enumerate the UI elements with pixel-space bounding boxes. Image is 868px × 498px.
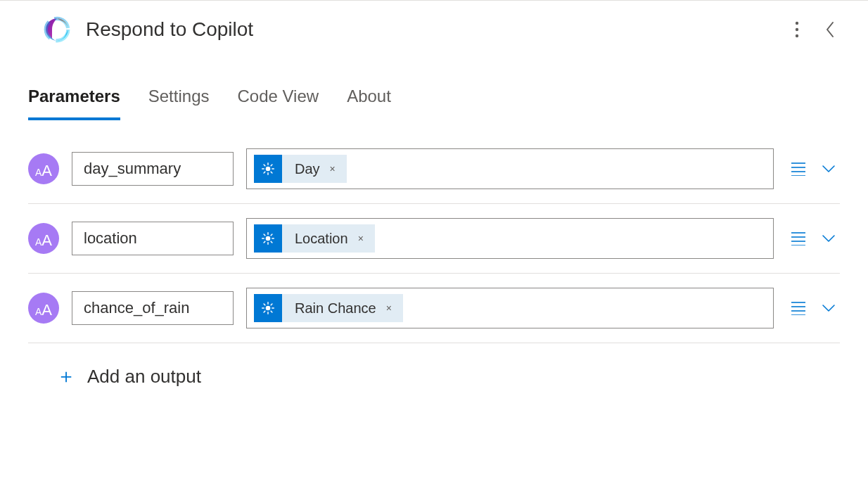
tab-settings[interactable]: Settings — [148, 87, 210, 120]
token-remove-button[interactable]: × — [383, 302, 395, 314]
row-menu-button[interactable] — [786, 227, 810, 250]
list-icon — [791, 231, 806, 245]
collapse-button[interactable] — [820, 16, 840, 43]
dynamic-token[interactable]: Rain Chance × — [254, 294, 403, 322]
chevron-down-icon — [822, 234, 836, 243]
parameter-row: AA — [28, 134, 840, 204]
parameters-list: AA — [0, 120, 868, 390]
token-remove-button[interactable]: × — [327, 163, 338, 174]
row-actions — [786, 158, 840, 180]
svg-line-9 — [264, 165, 265, 166]
parameter-row: AA — [28, 204, 840, 274]
weather-icon — [254, 224, 282, 253]
parameter-name-input[interactable] — [72, 222, 234, 255]
svg-line-24 — [264, 241, 265, 243]
list-icon — [791, 301, 806, 315]
copilot-logo-icon — [42, 15, 72, 44]
row-expand-button[interactable] — [817, 300, 840, 317]
svg-line-11 — [264, 172, 265, 173]
chevron-down-icon — [822, 165, 836, 173]
svg-point-2 — [796, 28, 798, 31]
row-actions — [786, 227, 840, 250]
token-remove-button[interactable]: × — [355, 233, 366, 244]
list-icon — [791, 162, 806, 176]
svg-point-30 — [266, 306, 271, 311]
tab-code-view[interactable]: Code View — [237, 87, 319, 120]
parameter-value-input[interactable]: Rain Chance × — [246, 288, 774, 328]
weather-icon — [254, 155, 282, 183]
chevron-down-icon — [822, 304, 836, 312]
svg-line-12 — [271, 165, 272, 166]
svg-line-22 — [264, 234, 265, 236]
row-expand-button[interactable] — [817, 230, 840, 247]
tab-about[interactable]: About — [347, 87, 391, 120]
row-actions — [786, 297, 840, 319]
header-actions — [791, 16, 840, 43]
tab-parameters[interactable]: Parameters — [28, 87, 120, 120]
parameter-value-input[interactable]: Location × — [246, 218, 774, 259]
text-type-icon: AA — [28, 223, 59, 254]
panel-header: Respond to Copilot — [0, 1, 868, 58]
add-output-label: Add an output — [87, 366, 201, 388]
token-label: Rain Chance — [282, 300, 383, 317]
svg-line-25 — [271, 234, 272, 236]
weather-icon — [254, 294, 282, 322]
plus-icon: ＋ — [56, 363, 76, 390]
text-type-icon: AA — [28, 293, 59, 324]
svg-point-3 — [796, 34, 798, 37]
svg-line-23 — [271, 241, 272, 243]
svg-line-35 — [264, 304, 265, 305]
tabs: Parameters Settings Code View About — [0, 58, 868, 120]
dynamic-token[interactable]: Location × — [254, 224, 375, 253]
svg-point-17 — [266, 236, 271, 241]
svg-line-36 — [271, 311, 272, 312]
svg-line-37 — [264, 311, 265, 312]
svg-point-1 — [796, 22, 798, 25]
add-output-button[interactable]: ＋ Add an output — [28, 343, 840, 390]
vertical-dots-icon — [795, 21, 799, 38]
parameter-value-input[interactable]: Day × — [246, 148, 774, 189]
dynamic-token[interactable]: Day × — [254, 155, 347, 183]
more-options-button[interactable] — [791, 17, 803, 42]
parameter-row: AA — [28, 274, 840, 343]
chevron-left-icon — [824, 20, 836, 39]
token-label: Location — [282, 231, 355, 247]
respond-to-copilot-panel: Respond to Copilot Parameters Settings C… — [0, 0, 868, 498]
row-expand-button[interactable] — [817, 160, 840, 177]
panel-title: Respond to Copilot — [86, 18, 791, 41]
text-type-icon: AA — [28, 153, 59, 184]
parameter-name-input[interactable] — [72, 291, 234, 325]
svg-line-10 — [271, 172, 272, 173]
svg-line-38 — [271, 304, 272, 305]
token-label: Day — [282, 161, 327, 177]
parameter-name-input[interactable] — [72, 152, 234, 186]
row-menu-button[interactable] — [786, 297, 810, 319]
row-menu-button[interactable] — [786, 158, 810, 180]
svg-point-4 — [266, 167, 271, 172]
